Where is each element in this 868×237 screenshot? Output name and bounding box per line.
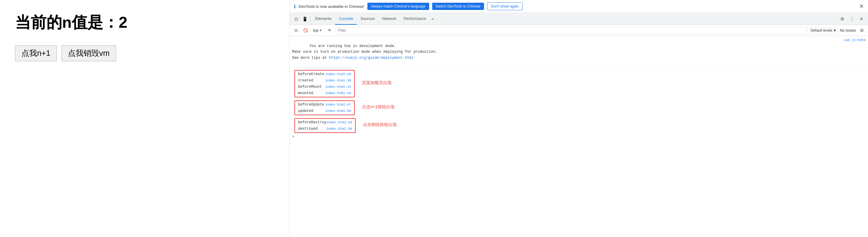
- devtools-tabs-bar: ⊡ 📱 Elements Console Sources Network Per…: [290, 13, 868, 25]
- lifecycle-text-destroyed: destroyed: [298, 127, 318, 131]
- notification-text: DevTools is now available in Chinese!: [299, 4, 364, 9]
- main-title: 当前的n值是：2: [15, 12, 274, 33]
- lifecycle-link-created[interactable]: index.html:38: [325, 79, 351, 82]
- lifecycle-link-updated[interactable]: index.html:50: [325, 109, 351, 113]
- lifecycle-link-beforeCreate[interactable]: index.html:35: [325, 72, 351, 76]
- context-label: top: [313, 28, 318, 33]
- close-devtools-button[interactable]: ✕: [859, 4, 864, 9]
- tab-console[interactable]: Console: [335, 13, 357, 25]
- lifecycle-group-2-container: beforeUpdate index.html:47 updated index…: [290, 98, 868, 116]
- switch-chinese-button[interactable]: Switch DevTools to Chinese: [432, 3, 484, 10]
- lifecycle-text-beforeCreate: beforeCreate: [298, 72, 324, 76]
- tab-sources[interactable]: Sources: [357, 13, 378, 25]
- lifecycle-entry-destroyed: destroyed index.html:56: [295, 126, 355, 132]
- more-options-icon[interactable]: ⋮: [847, 15, 856, 23]
- console-settings-icon[interactable]: ⚙: [858, 27, 866, 34]
- always-match-button[interactable]: Always match Chrome's language: [367, 3, 429, 10]
- default-levels-arrow: ▼: [833, 28, 837, 33]
- lifecycle-annotation-3: 点击销毁按钮出现: [358, 122, 401, 127]
- lifecycle-group-2: beforeUpdate index.html:47 updated index…: [294, 100, 355, 115]
- context-dropdown[interactable]: top ▼: [311, 27, 324, 33]
- default-levels-label: Default levels: [811, 28, 832, 33]
- lifecycle-text-updated: updated: [298, 109, 313, 113]
- no-issues-label: No Issues: [840, 28, 856, 33]
- lifecycle-group-1: beforeCreate index.html:35 created index…: [294, 70, 355, 97]
- console-sidebar-toggle[interactable]: ⊟: [292, 27, 300, 34]
- clear-console-button[interactable]: 🚫: [302, 27, 310, 34]
- vue-source-link[interactable]: vue.js:9353: [838, 38, 866, 43]
- lifecycle-annotation-2: 点击n+1按钮出现: [357, 104, 399, 110]
- lifecycle-entry-beforeDestroy: beforeDestroy index.html:53: [295, 119, 355, 126]
- tab-performance[interactable]: Performance: [400, 13, 430, 25]
- lifecycle-annotation-1: 页面加载完出现: [357, 80, 396, 86]
- tab-elements[interactable]: Elements: [312, 13, 335, 25]
- devtools-panel: ℹ DevTools is now available in Chinese! …: [289, 0, 868, 237]
- console-expand-button[interactable]: >: [290, 134, 868, 139]
- dont-show-button[interactable]: Don't show again: [487, 2, 523, 10]
- filter-input[interactable]: [336, 27, 807, 34]
- lifecycle-text-created: created: [298, 79, 313, 83]
- lifecycle-group-3-container: beforeDestroy index.html:53 destroyed in…: [290, 116, 868, 134]
- lifecycle-entry-updated: updated index.html:50: [295, 108, 354, 114]
- devtools-notification-bar: ℹ DevTools is now available in Chinese! …: [290, 0, 868, 13]
- lifecycle-link-beforeDestroy[interactable]: index.html:53: [327, 121, 352, 124]
- tab-separator: [310, 16, 310, 22]
- lifecycle-text-beforeUpdate: beforeUpdate: [298, 102, 324, 107]
- tabs-overflow-button[interactable]: »: [430, 17, 435, 21]
- console-toolbar: ⊟ 🚫 top ▼ 👁 Default levels ▼ No Issues ⚙: [290, 25, 868, 36]
- lifecycle-entry-created: created index.html:38: [295, 78, 354, 84]
- info-icon: ℹ: [294, 4, 296, 9]
- lifecycle-text-mounted: mounted: [298, 91, 313, 95]
- increment-button[interactable]: 点我n+1: [15, 45, 57, 61]
- eye-icon-button[interactable]: 👁: [326, 27, 334, 34]
- lifecycle-link-mounted[interactable]: index.html:44: [325, 91, 351, 95]
- lifecycle-group-3: beforeDestroy index.html:53 destroyed in…: [294, 118, 355, 133]
- default-levels-dropdown[interactable]: Default levels ▼: [809, 27, 838, 33]
- vue-dev-text: You are running Vue in development mode.…: [292, 38, 838, 67]
- lifecycle-text-beforeDestroy: beforeDestroy: [298, 120, 327, 124]
- lifecycle-entries-3: beforeDestroy index.html:53 destroyed in…: [295, 119, 355, 132]
- lifecycle-entry-beforeUpdate: beforeUpdate index.html:47: [295, 101, 354, 108]
- lifecycle-link-beforeUpdate[interactable]: index.html:47: [325, 103, 351, 107]
- lifecycle-entries-2: beforeUpdate index.html:47 updated index…: [295, 101, 354, 115]
- left-panel: 当前的n值是：2 点我n+1 点我销毁vm: [0, 0, 289, 237]
- dock-icon[interactable]: ⊡: [292, 15, 301, 23]
- close-panel-icon[interactable]: ✕: [857, 15, 866, 23]
- lifecycle-group-1-container: beforeCreate index.html:35 created index…: [290, 67, 868, 98]
- console-content: You are running Vue in development mode.…: [290, 36, 868, 237]
- lifecycle-link-destroyed[interactable]: index.html:56: [327, 127, 352, 130]
- vue-dev-message: You are running Vue in development mode.…: [290, 37, 868, 67]
- vue-deployment-link[interactable]: https://vuejs.org/guide/deployment.html: [329, 56, 413, 60]
- lifecycle-entry-beforeCreate: beforeCreate index.html:35: [295, 71, 354, 78]
- tab-network[interactable]: Network: [378, 13, 400, 25]
- destroy-button[interactable]: 点我销毁vm: [61, 45, 116, 61]
- lifecycle-link-beforeMount[interactable]: index.html:41: [325, 85, 351, 89]
- lifecycle-entry-mounted: mounted index.html:44: [295, 90, 354, 96]
- settings-icon[interactable]: ⚙: [838, 15, 846, 23]
- lifecycle-entries-1: beforeCreate index.html:35 created index…: [295, 70, 354, 97]
- button-group: 点我n+1 点我销毁vm: [15, 45, 274, 61]
- context-dropdown-arrow: ▼: [319, 29, 322, 32]
- lifecycle-entry-beforeMount: beforeMount index.html:41: [295, 84, 354, 90]
- lifecycle-text-beforeMount: beforeMount: [298, 85, 322, 89]
- mobile-icon[interactable]: 📱: [301, 15, 309, 23]
- tabs-right-icons: ⚙ ⋮ ✕: [838, 15, 866, 23]
